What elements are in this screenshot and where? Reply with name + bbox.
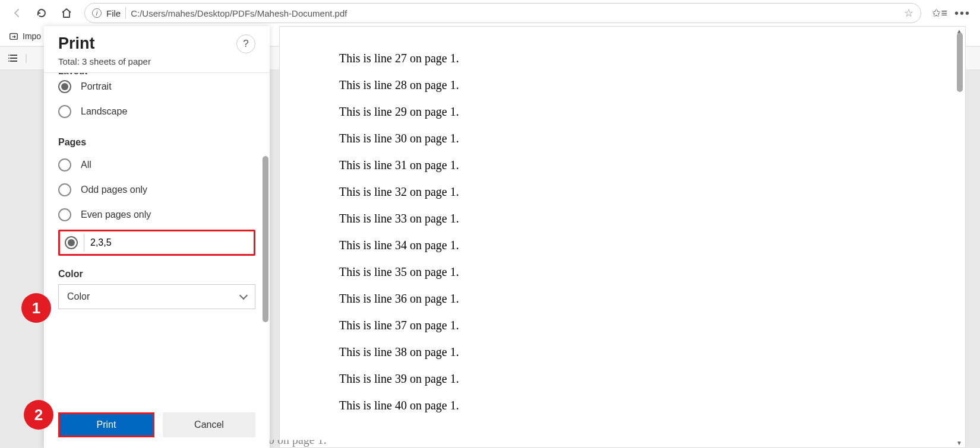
preview-text-line: This is line 37 on page 1. [339, 319, 906, 332]
pages-custom-input[interactable] [84, 234, 249, 252]
pages-all-label: All [81, 160, 91, 170]
preview-text-line: This is line 35 on page 1. [339, 265, 906, 279]
pages-custom-option[interactable] [58, 230, 255, 256]
preview-scrollbar[interactable]: ▲ ▼ [956, 30, 964, 444]
preview-text-line: This is line 38 on page 1. [339, 345, 906, 359]
cancel-button[interactable]: Cancel [163, 412, 255, 437]
contents-icon[interactable] [8, 53, 19, 63]
site-info-icon[interactable]: i [92, 8, 102, 18]
preview-text-line: This is line 34 on page 1. [339, 239, 906, 252]
scroll-thumb[interactable] [957, 33, 963, 92]
color-selected-value: Color [67, 291, 90, 302]
annotation-1: 1 [21, 293, 51, 323]
scroll-down-icon[interactable]: ▼ [956, 440, 962, 446]
preview-text-line: This is line 36 on page 1. [339, 292, 906, 306]
radio-icon [58, 158, 71, 171]
help-button[interactable]: ? [236, 34, 255, 53]
print-title: Print [58, 34, 151, 53]
address-bar[interactable]: i File C:/Users/mahes/Desktop/PDFs/Mahes… [84, 3, 921, 23]
radio-selected-icon [65, 236, 78, 249]
print-dialog-body: Layout Portrait Landscape Pages All Odd … [44, 73, 270, 404]
layout-portrait-option[interactable]: Portrait [58, 74, 255, 99]
preview-text-line: This is line 30 on page 1. [339, 132, 906, 145]
print-dialog-footer: Print Cancel [44, 404, 270, 448]
home-button[interactable] [56, 2, 77, 24]
layout-landscape-option[interactable]: Landscape [58, 99, 255, 124]
svg-point-3 [8, 61, 10, 62]
url-scheme: File [106, 8, 121, 18]
refresh-button[interactable] [31, 2, 52, 24]
color-select[interactable]: Color [58, 284, 255, 309]
annotation-2: 2 [24, 400, 53, 430]
toolbar-sep: | [25, 53, 27, 63]
dialog-scroll-thumb[interactable] [263, 156, 268, 322]
favorites-menu-icon[interactable]: ✩≡ [932, 7, 947, 20]
import-favorites-link[interactable]: Impo [23, 31, 41, 41]
preview-text-line: This is line 29 on page 1. [339, 105, 906, 119]
back-button[interactable] [6, 2, 27, 24]
radio-icon [58, 208, 71, 221]
preview-text-line: This is line 40 on page 1. [339, 399, 906, 412]
print-dialog-header: Print Total: 3 sheets of paper ? [44, 26, 270, 73]
url-text: C:/Users/mahes/Desktop/PDFs/Mahesh-Docum… [131, 8, 899, 18]
svg-point-2 [8, 58, 10, 59]
layout-landscape-label: Landscape [81, 106, 127, 117]
print-preview: This is line 27 on page 1.This is line 2… [279, 26, 966, 448]
separator [125, 7, 126, 19]
svg-point-1 [8, 55, 10, 56]
preview-text-line: This is line 32 on page 1. [339, 185, 906, 199]
pages-heading: Pages [58, 137, 255, 148]
print-dialog: Print Total: 3 sheets of paper ? Layout … [44, 26, 270, 448]
preview-text-line: This is line 27 on page 1. [339, 52, 906, 65]
preview-page: This is line 27 on page 1.This is line 2… [280, 27, 965, 437]
nav-right-actions: ✩≡ ••• [928, 7, 974, 20]
preview-text-line: This is line 33 on page 1. [339, 212, 906, 225]
print-button[interactable]: Print [58, 412, 154, 437]
preview-text-line: This is line 28 on page 1. [339, 78, 906, 92]
preview-text-line: This is line 39 on page 1. [339, 372, 906, 386]
chevron-down-icon [239, 291, 248, 300]
layout-portrait-label: Portrait [81, 81, 112, 92]
radio-icon [58, 105, 71, 118]
more-menu-icon[interactable]: ••• [954, 7, 970, 20]
radio-selected-icon [58, 80, 71, 93]
import-favorites-icon [8, 31, 19, 42]
pages-all-option[interactable]: All [58, 152, 255, 177]
radio-icon [58, 183, 71, 196]
preview-text-line: This is line 31 on page 1. [339, 158, 906, 172]
print-subtitle: Total: 3 sheets of paper [58, 56, 151, 66]
favorite-icon[interactable]: ☆ [904, 7, 913, 20]
pages-odd-option[interactable]: Odd pages only [58, 177, 255, 202]
color-heading: Color [58, 269, 255, 279]
browser-nav-bar: i File C:/Users/mahes/Desktop/PDFs/Mahes… [0, 0, 980, 26]
pages-odd-label: Odd pages only [81, 185, 147, 195]
pages-even-label: Even pages only [81, 209, 151, 220]
pages-even-option[interactable]: Even pages only [58, 202, 255, 227]
layout-heading: Layout [58, 73, 255, 74]
